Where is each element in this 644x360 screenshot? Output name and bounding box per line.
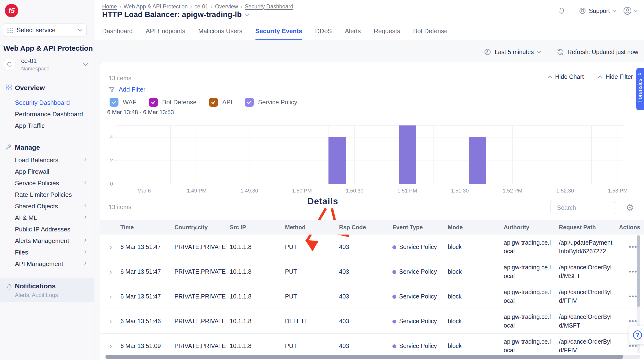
topbar-divider bbox=[572, 6, 572, 16]
sidebar-item-app-firewall[interactable]: App Firewall bbox=[15, 168, 49, 176]
time-range-label[interactable]: Last 5 minutes bbox=[495, 48, 534, 56]
filter-checkbox-waf[interactable]: WAF bbox=[110, 98, 136, 107]
column-header-mode[interactable]: Mode bbox=[448, 224, 504, 231]
breadcrumb-item[interactable]: Overview bbox=[215, 3, 238, 10]
sidebar-section-manage[interactable]: Manage bbox=[15, 144, 40, 152]
gear-icon[interactable]: ⚙ bbox=[626, 202, 634, 213]
chevron-down-icon[interactable] bbox=[244, 13, 250, 16]
column-header-method[interactable]: Method bbox=[285, 224, 339, 231]
tab-malicious-users[interactable]: Malicious Users bbox=[198, 22, 242, 40]
support-menu[interactable]: Support bbox=[579, 7, 616, 15]
namespace-selector[interactable]: C ce-01 Namespace bbox=[3, 57, 91, 72]
breadcrumb: Home›Web App & API Protection›ce-01›Over… bbox=[102, 3, 294, 10]
sidebar-item-shared-objects[interactable]: Shared Objects bbox=[15, 202, 58, 210]
refresh-label[interactable]: Refresh: Updated just now bbox=[567, 48, 638, 56]
forensics-panel-tab[interactable]: « Forensics bbox=[636, 68, 644, 110]
chevron-down-icon[interactable] bbox=[537, 51, 542, 53]
sidebar-item-performance-dashboard[interactable]: Performance Dashboard bbox=[15, 110, 83, 118]
refresh-icon[interactable] bbox=[556, 48, 564, 56]
filter-checkbox-label: WAF bbox=[123, 98, 136, 106]
row-actions-button[interactable]: ••• bbox=[619, 293, 644, 300]
row-expand-icon[interactable]: › bbox=[106, 267, 120, 276]
overview-grid-icon bbox=[5, 84, 12, 91]
filter-checkbox-bot-defense[interactable]: Bot Defense bbox=[149, 98, 196, 107]
sidebar-item-security-dashboard[interactable]: Security Dashboard bbox=[15, 99, 70, 106]
row-actions-button[interactable]: ••• bbox=[619, 318, 644, 325]
cell-event-type: Service Policy bbox=[392, 244, 448, 250]
account-menu[interactable] bbox=[623, 6, 638, 16]
checkbox-checked-icon[interactable] bbox=[209, 98, 218, 107]
table-row[interactable]: ›6 Mar 13:51:47PRIVATE,PRIVATE10.1.1.8PU… bbox=[100, 259, 644, 284]
namespace-avatar: C bbox=[3, 58, 16, 71]
filter-checkbox-api[interactable]: API bbox=[209, 98, 232, 107]
row-actions-button[interactable]: ••• bbox=[619, 268, 644, 276]
breadcrumb-item[interactable]: Home bbox=[102, 3, 117, 10]
chart-x-tick-label: 1:49 PM bbox=[187, 188, 206, 194]
checkbox-checked-icon[interactable] bbox=[245, 98, 254, 107]
cell-event-type: Service Policy bbox=[392, 342, 448, 350]
tab-ddos[interactable]: DDoS bbox=[315, 22, 332, 40]
f5-console-app: f5 Select service Web App & API Protecti… bbox=[0, 0, 644, 360]
horizontal-scrollbar-thumb[interactable] bbox=[106, 355, 623, 359]
chart-gridline bbox=[118, 126, 118, 184]
f5-logo-icon[interactable]: f5 bbox=[5, 4, 18, 17]
sidebar-item-load-balancers[interactable]: Load Balancers bbox=[15, 156, 58, 164]
column-header-event-type[interactable]: Event Type bbox=[392, 224, 448, 231]
checkbox-checked-icon[interactable] bbox=[110, 98, 118, 107]
sidebar-item-rate-limiter-policies[interactable]: Rate Limiter Policies bbox=[15, 191, 72, 198]
column-header-time[interactable]: Time bbox=[120, 224, 174, 231]
select-service-label: Select service bbox=[16, 26, 56, 34]
chart-gridline bbox=[249, 126, 250, 184]
sidebar-item-files[interactable]: Files bbox=[15, 249, 28, 256]
notifications-bell-icon[interactable] bbox=[558, 7, 566, 15]
horizontal-scrollbar[interactable] bbox=[105, 355, 640, 359]
add-filter-button[interactable]: Add Filter bbox=[108, 86, 146, 93]
tab-bot-defense[interactable]: Bot Defense bbox=[413, 22, 448, 40]
breadcrumb-item[interactable]: Security Dashboard bbox=[245, 3, 294, 10]
column-header-actions[interactable]: Actions bbox=[619, 224, 644, 231]
chevron-down-icon bbox=[612, 10, 616, 12]
table-row[interactable]: ›6 Mar 13:51:09PRIVATE,PRIVATE10.1.1.8PU… bbox=[100, 334, 644, 352]
tab-requests[interactable]: Requests bbox=[374, 22, 400, 40]
table-row[interactable]: ›6 Mar 13:51:47PRIVATE,PRIVATE10.1.1.8PU… bbox=[100, 234, 644, 259]
filter-checkbox-service-policy[interactable]: Service Policy bbox=[245, 98, 297, 107]
tab-alerts[interactable]: Alerts bbox=[345, 22, 361, 40]
hide-filter-button[interactable]: Hide Filter bbox=[598, 73, 633, 80]
sidebar-item-notifications[interactable]: Notifications Alerts, Audit Logs bbox=[0, 278, 94, 302]
sidebar-item-service-policies[interactable]: Service Policies bbox=[15, 180, 59, 187]
select-service-dropdown[interactable]: Select service bbox=[3, 24, 86, 37]
row-expand-icon[interactable]: › bbox=[106, 342, 120, 350]
sidebar-section-overview[interactable]: Overview bbox=[15, 84, 45, 92]
sidebar-item-ai-ml[interactable]: AI & ML bbox=[15, 214, 37, 222]
help-button[interactable]: ? bbox=[629, 326, 644, 344]
tab-api-endpoints[interactable]: API Endpoints bbox=[146, 22, 185, 40]
sidebar-item-api-management[interactable]: API Management bbox=[15, 260, 63, 268]
breadcrumb-item[interactable]: ce-01 bbox=[194, 3, 208, 10]
chart-bar[interactable] bbox=[328, 137, 346, 184]
chart-bar[interactable] bbox=[399, 126, 416, 184]
checkbox-checked-icon[interactable] bbox=[149, 98, 158, 107]
sidebar-item-app-traffic[interactable]: App Traffic bbox=[15, 122, 45, 130]
notifications-label: Notifications bbox=[15, 282, 56, 290]
search-input[interactable] bbox=[557, 204, 634, 211]
hide-chart-button[interactable]: Hide Chart bbox=[548, 73, 584, 80]
column-header-rsp-code[interactable]: Rsp Code bbox=[339, 224, 392, 231]
sidebar-item-public-ip-addresses[interactable]: Public IP Addresses bbox=[15, 226, 70, 233]
vertical-scrollbar-thumb[interactable] bbox=[637, 235, 640, 307]
table-row[interactable]: ›6 Mar 13:51:46PRIVATE,PRIVATE10.1.1.8DE… bbox=[100, 309, 644, 334]
breadcrumb-item[interactable]: Web App & API Protection bbox=[124, 3, 188, 10]
tab-dashboard[interactable]: Dashboard bbox=[102, 22, 133, 40]
row-actions-button[interactable]: ••• bbox=[619, 243, 644, 251]
row-expand-icon[interactable]: › bbox=[106, 317, 120, 326]
row-expand-icon[interactable]: › bbox=[106, 292, 120, 301]
column-header-authority[interactable]: Authority bbox=[504, 224, 559, 231]
chart-gridline bbox=[117, 172, 624, 172]
chart-bar[interactable] bbox=[469, 137, 486, 184]
row-expand-icon[interactable]: › bbox=[106, 242, 120, 252]
table-row[interactable]: ›6 Mar 13:51:47PRIVATE,PRIVATE10.1.1.8PU… bbox=[100, 284, 644, 309]
column-header-request-path[interactable]: Request Path bbox=[559, 224, 619, 231]
column-header-src-ip[interactable]: Src IP bbox=[230, 224, 285, 231]
column-header-country-city[interactable]: Country,city bbox=[174, 224, 230, 231]
sidebar-item-alerts-management[interactable]: Alerts Management bbox=[15, 237, 69, 245]
tab-security-events[interactable]: Security Events bbox=[255, 22, 302, 40]
